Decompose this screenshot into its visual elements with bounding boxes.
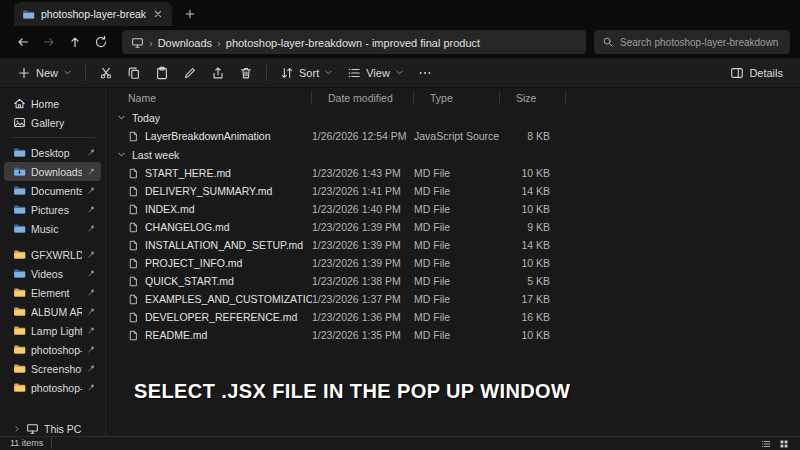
sidebar-item-gfxwrld-1[interactable]: GFXWRLD - 1 [4,245,101,264]
sidebar-item-desktop[interactable]: Desktop [4,143,101,162]
pin-icon [87,326,96,335]
group-header-last-week[interactable]: Last week [112,145,800,164]
search-input[interactable] [620,37,782,48]
music-icon [13,222,26,235]
file-row-layerbreakdownanimation[interactable]: LayerBreakdownAnimation 1/26/2026 12:54 … [112,127,800,145]
file-row-delivery-summary-md[interactable]: DELIVERY_SUMMARY.md 1/23/2026 1:41 PM MD… [112,182,800,200]
thumbnail-view-toggle[interactable] [778,438,790,450]
sidebar-item-label: This PC [44,423,96,435]
sidebar-item-home[interactable]: Home [4,94,101,113]
file-row-changelog-md[interactable]: CHANGELOG.md 1/23/2026 1:39 PM MD File 9… [112,218,800,236]
sidebar-item-lamp-light-p[interactable]: Lamp Light P [4,321,101,340]
file-name: CHANGELOG.md [145,221,230,233]
chevron-right-icon[interactable] [13,425,21,433]
breadcrumb-item-downloads[interactable]: Downloads [158,37,212,49]
sidebar-item-videos[interactable]: Videos [4,264,101,283]
file-icon [128,329,139,342]
file-name: DELIVERY_SUMMARY.md [145,185,272,197]
pictures-icon [13,203,26,216]
album-art-icon [13,305,26,318]
details-pane-button[interactable]: Details [723,61,790,85]
pin-icon [87,345,96,354]
gallery-icon [13,116,26,129]
address-bar[interactable]: ›Downloads›photoshop-layer-breakdown - i… [122,30,586,54]
pin-icon [87,205,96,214]
rename-button[interactable] [176,61,204,85]
tab-close-icon[interactable] [152,8,164,20]
sidebar-item-photoshop-laye[interactable]: photoshop-laye [4,378,101,397]
pin-icon [87,224,96,233]
sidebar-item-pictures[interactable]: Pictures [4,200,101,219]
file-icon [128,257,139,270]
file-row-readme-md[interactable]: README.md 1/23/2026 1:35 PM MD File 10 K… [112,326,800,344]
copy-button[interactable] [120,61,148,85]
column-headers: Name Date modified Type Size [112,88,800,108]
forward-button[interactable] [36,30,62,54]
new-tab-button[interactable] [184,8,196,20]
back-button[interactable] [10,30,36,54]
sidebar-item-label: photoshop-L [31,344,82,356]
sidebar-item-music[interactable]: Music [4,219,101,238]
more-icon [418,66,432,80]
sidebar-item-screenshots[interactable]: Screenshots [4,359,101,378]
file-type: JavaScript Source File [414,130,500,142]
sidebar-item-gallery[interactable]: Gallery [4,113,101,132]
sort-icon [280,66,294,80]
chevron-down-icon[interactable] [117,150,126,159]
view-button[interactable]: View [340,61,411,85]
sidebar-item-downloads[interactable]: Downloads [4,162,101,181]
refresh-button[interactable] [88,30,114,54]
chevron-down-icon[interactable] [117,113,126,122]
column-header-date-modified[interactable]: Date modified [312,92,414,105]
file-size: 9 KB [500,221,566,233]
sidebar-item-label: Screenshots [31,363,82,375]
file-explorer-window: photoshop-layer-breakdown ›Downloads›pho… [0,0,800,450]
share-button[interactable] [204,61,232,85]
sidebar-item-label: Pictures [31,204,82,216]
file-row-developer-reference-md[interactable]: DEVELOPER_REFERENCE.md 1/23/2026 1:36 PM… [112,308,800,326]
file-row-installation-and-setup-md[interactable]: INSTALLATION_AND_SETUP.md 1/23/2026 1:39… [112,236,800,254]
file-row-start-here-md[interactable]: START_HERE.md 1/23/2026 1:43 PM MD File … [112,164,800,182]
pin-icon [87,167,96,176]
videos-icon [13,267,26,280]
file-type: MD File [414,239,500,251]
breadcrumb-item-photoshop-layer-breakdown-improved-final-product[interactable]: photoshop-layer-breakdown - improved fin… [226,37,480,49]
file-icon [128,203,139,216]
search-box[interactable] [594,30,790,54]
cut-button[interactable] [92,61,120,85]
sidebar-item-label: Home [31,98,96,110]
column-header-type[interactable]: Type [414,92,500,105]
pin-icon [87,288,96,297]
sidebar-item-documents[interactable]: Documents [4,181,101,200]
sort-button[interactable]: Sort [273,61,340,85]
explorer-tab[interactable]: photoshop-layer-breakdown [14,2,172,26]
new-button[interactable]: New [10,61,79,85]
search-icon [602,36,614,48]
paste-button[interactable] [148,61,176,85]
delete-icon [239,66,253,80]
file-name: QUICK_START.md [145,275,234,287]
sidebar-item-this-pc[interactable]: This PC [4,419,101,436]
copy-icon [127,66,141,80]
delete-button[interactable] [232,61,260,85]
file-type: MD File [414,203,500,215]
file-name: EXAMPLES_AND_CUSTOMIZATION.md [145,293,312,305]
sidebar-item-album-art[interactable]: ALBUM ART / [4,302,101,321]
command-bar: New Sort View Details [0,58,800,88]
group-header-today[interactable]: Today [112,108,800,127]
file-row-project-info-md[interactable]: PROJECT_INFO.md 1/23/2026 1:39 PM MD Fil… [112,254,800,272]
pin-icon [87,269,96,278]
sidebar-item-element[interactable]: Element [4,283,101,302]
cut-icon [99,66,113,80]
up-button[interactable] [62,30,88,54]
list-view-toggle[interactable] [760,438,772,450]
file-row-index-md[interactable]: INDEX.md 1/23/2026 1:40 PM MD File 10 KB [112,200,800,218]
status-bar: 11 items [0,436,800,450]
more-options-button[interactable] [411,61,439,85]
column-header-name[interactable]: Name [112,92,312,105]
file-row-examples-and-customization-md[interactable]: EXAMPLES_AND_CUSTOMIZATION.md 1/23/2026 … [112,290,800,308]
sidebar-item-label: Music [31,223,82,235]
column-header-size[interactable]: Size [500,92,566,105]
sidebar-item-photoshop-l[interactable]: photoshop-L [4,340,101,359]
file-row-quick-start-md[interactable]: QUICK_START.md 1/23/2026 1:38 PM MD File… [112,272,800,290]
